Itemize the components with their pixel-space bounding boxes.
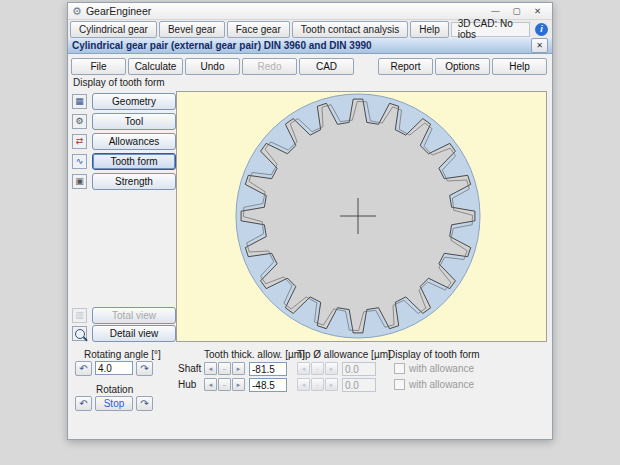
total-view-icon: ▥ (72, 308, 87, 323)
sidebar-item-tool: ⚙ Tool (72, 113, 176, 130)
module-tab-bar: Cylindrical gear Bevel gear Face gear To… (68, 20, 552, 38)
toolbar: File Calculate Undo Redo CAD Report Opti… (68, 56, 552, 76)
allowances-icon: ⇄ (72, 134, 87, 149)
app-gear-icon: ⚙ (72, 6, 82, 17)
shaft-label: Shaft (178, 363, 201, 374)
shaft-thickness-spinner: ◄ − ► (204, 362, 246, 375)
spin-left-icon[interactable]: ◄ (204, 378, 217, 391)
rotation-ccw-button[interactable]: ↶ (75, 396, 92, 411)
detail-view-row: Detail view (72, 325, 176, 342)
options-button[interactable]: Options (435, 58, 490, 75)
strength-button[interactable]: Strength (92, 173, 176, 190)
tooth-form-canvas (176, 91, 547, 342)
spin-mid-icon[interactable]: − (218, 378, 231, 391)
with-allowance-checkbox-hub (394, 379, 405, 390)
document-title: Cylindrical gear pair (external gear pai… (72, 40, 372, 51)
spin-mid-icon: − (311, 378, 324, 391)
rotate-cw-button[interactable]: ↷ (136, 361, 153, 376)
file-button[interactable]: File (71, 58, 126, 75)
sidebar-item-strength: ▣ Strength (72, 173, 176, 190)
rotate-ccw-button[interactable]: ↶ (75, 361, 92, 376)
spin-right-icon[interactable]: ► (232, 362, 245, 375)
geometry-icon: ▦ (72, 94, 87, 109)
hub-tip-input (342, 378, 376, 392)
report-button[interactable]: Report (378, 58, 433, 75)
spin-left-icon: ◄ (297, 362, 310, 375)
detail-view-button[interactable]: Detail view (92, 325, 176, 342)
spin-left-icon: ◄ (297, 378, 310, 391)
info-icon[interactable]: i (535, 23, 548, 36)
bottom-control-panel: Rotating angle [°] ↶ ↷ Rotation ↶ Stop ↷… (68, 347, 552, 439)
tab-face-gear[interactable]: Face gear (227, 21, 290, 38)
tool-icon: ⚙ (72, 114, 87, 129)
with-allowance-checkbox-shaft (394, 363, 405, 374)
section-label: Display of tooth form (73, 77, 165, 88)
rotation-stop-button[interactable]: Stop (95, 396, 133, 411)
maximize-button[interactable]: ▢ (506, 4, 527, 19)
tab-tooth-contact-analysis[interactable]: Tooth contact analysis (292, 21, 408, 38)
display-options-header: Display of tooth form (388, 349, 480, 360)
redo-button: Redo (242, 58, 297, 75)
shaft-thickness-input[interactable] (249, 362, 287, 376)
with-allowance-label: with allowance (409, 363, 474, 374)
minimize-button[interactable]: — (485, 4, 506, 19)
tooth-form-drawing (177, 92, 546, 341)
strength-icon: ▣ (72, 174, 87, 189)
help-button[interactable]: Help (492, 58, 547, 75)
tool-button[interactable]: Tool (92, 113, 176, 130)
tooth-form-button[interactable]: Tooth form (92, 153, 176, 170)
hub-tip-spinner: ◄ − ► (297, 378, 339, 391)
rotation-cw-button[interactable]: ↷ (136, 396, 153, 411)
window-title: GearEngineer (86, 5, 151, 17)
undo-button[interactable]: Undo (185, 58, 240, 75)
spin-right-icon: ► (325, 362, 338, 375)
allowances-button[interactable]: Allowances (92, 133, 176, 150)
shaft-tip-input (342, 362, 376, 376)
spin-right-icon[interactable]: ► (232, 378, 245, 391)
magnifier-icon (72, 326, 87, 341)
tab-help[interactable]: Help (410, 21, 449, 38)
document-bar: Cylindrical gear pair (external gear pai… (68, 38, 552, 54)
total-view-row: ▥ Total view (72, 307, 176, 324)
shaft-tip-spinner: ◄ − ► (297, 362, 339, 375)
cad-button[interactable]: CAD (299, 58, 354, 75)
tooth-form-icon: ∿ (72, 154, 87, 169)
calculate-button[interactable]: Calculate (128, 58, 183, 75)
total-view-button: Total view (92, 307, 176, 324)
tip-allowance-header: Tip Ø allowance [µm] (297, 349, 391, 360)
cad-status: 3D CAD: No jobs (451, 22, 530, 37)
document-close-icon[interactable]: ✕ (531, 38, 548, 53)
spin-mid-icon[interactable]: − (218, 362, 231, 375)
sidebar-item-allowances: ⇄ Allowances (72, 133, 176, 150)
with-allowance-label: with allowance (409, 379, 474, 390)
hub-thickness-input[interactable] (249, 378, 287, 392)
rotation-label: Rotation (96, 384, 133, 395)
app-window: ⚙ GearEngineer — ▢ ✕ Cylindrical gear Be… (67, 2, 553, 440)
sidebar-item-geometry: ▦ Geometry (72, 93, 176, 110)
hub-label: Hub (178, 379, 196, 390)
rotating-angle-label: Rotating angle [°] (84, 349, 161, 360)
sidebar-item-tooth-form: ∿ Tooth form (72, 153, 176, 170)
spin-right-icon: ► (325, 378, 338, 391)
tooth-thickness-header: Tooth thick. allow. [µm] (204, 349, 305, 360)
rotating-angle-input[interactable] (95, 361, 133, 375)
geometry-button[interactable]: Geometry (92, 93, 176, 110)
tab-bevel-gear[interactable]: Bevel gear (159, 21, 225, 38)
close-button[interactable]: ✕ (527, 4, 548, 19)
hub-thickness-spinner: ◄ − ► (204, 378, 246, 391)
tab-cylindrical-gear[interactable]: Cylindrical gear (70, 21, 157, 38)
spin-left-icon[interactable]: ◄ (204, 362, 217, 375)
spin-mid-icon: − (311, 362, 324, 375)
